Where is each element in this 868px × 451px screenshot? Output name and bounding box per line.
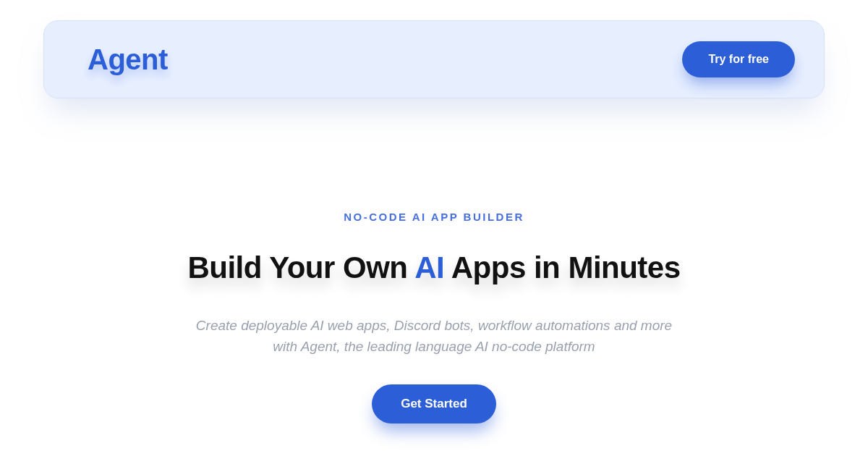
hero-headline: Build Your Own AI Apps in Minutes bbox=[29, 250, 839, 285]
product-logo[interactable]: Agent bbox=[88, 43, 168, 76]
hero-section: NO-CODE AI APP BUILDER Build Your Own AI… bbox=[0, 211, 868, 423]
subtitle-line1: Create deployable AI web apps, Discord b… bbox=[196, 318, 672, 333]
hero-subtitle: Create deployable AI web apps, Discord b… bbox=[188, 316, 680, 357]
subtitle-line2: with Agent, the leading language AI no-c… bbox=[273, 339, 595, 354]
headline-highlight: AI bbox=[414, 250, 444, 284]
headline-post: Apps in Minutes bbox=[444, 250, 680, 284]
get-started-button[interactable]: Get Started bbox=[372, 384, 496, 423]
hero-eyebrow: NO-CODE AI APP BUILDER bbox=[29, 211, 839, 223]
headline-pre: Build Your Own bbox=[187, 250, 414, 284]
header-banner: Agent Try for free bbox=[43, 20, 825, 98]
try-for-free-button[interactable]: Try for free bbox=[682, 41, 795, 77]
